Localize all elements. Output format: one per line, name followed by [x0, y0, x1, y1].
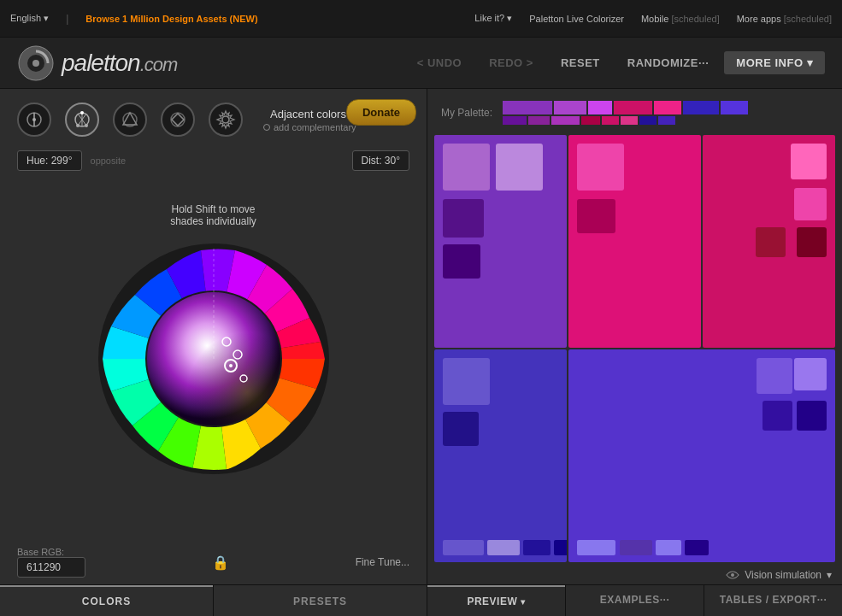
top-bar: English ▾ | Browse 1 Million Design Asse…: [0, 0, 842, 38]
pal-top-7: [721, 101, 748, 114]
palette-row: My Palette:: [427, 89, 842, 132]
header: paletton.com < UNDO REDO > RESET RANDOMI…: [0, 38, 842, 89]
pal-top-6: [683, 101, 719, 114]
svg-point-5: [32, 118, 36, 121]
right-panel: My Palette:: [427, 89, 842, 616]
pal-top-1: [503, 101, 552, 114]
logo-icon: [17, 44, 55, 82]
language-selector[interactable]: English ▾: [10, 13, 49, 24]
swatch-5-4: [797, 401, 827, 431]
vision-row: Vision simulation ▾: [427, 566, 842, 584]
svg-point-21: [229, 364, 233, 367]
live-colorizer-link[interactable]: Paletton Live Colorizer: [529, 14, 624, 24]
grid-cell-3: [703, 135, 835, 348]
pal-top-5: [654, 101, 681, 114]
hue-dist-row: Hue: 299° opposite Dist: 30°: [0, 144, 427, 178]
palette-swatches: [503, 101, 748, 125]
logo: paletton.com: [17, 44, 177, 82]
swatch-4-3: [443, 540, 484, 555]
swatch-5-1: [757, 358, 792, 394]
grid-cell-2: [568, 135, 701, 348]
tab-examples[interactable]: EXAMPLES···: [566, 585, 704, 616]
swatch-2-1: [577, 144, 624, 191]
grid-cell-4: [434, 349, 567, 562]
pal-bot-5: [602, 116, 619, 125]
dist-value[interactable]: Dist: 30°: [352, 150, 409, 171]
palette-bottom-row: [503, 116, 748, 125]
svg-point-15: [171, 113, 185, 126]
wheel-container[interactable]: Hold Shift to move shades individually: [0, 178, 427, 540]
separator-1: |: [66, 13, 68, 25]
vision-sim-label[interactable]: Vision simulation: [745, 569, 821, 581]
grid-cell-5: [568, 349, 835, 562]
swatch-1-2: [496, 144, 543, 191]
wheel-bottom: Base RGB: 🔒 Fine Tune...: [0, 540, 427, 584]
svg-point-11: [76, 124, 79, 127]
wheel-hint: Hold Shift to move shades individually: [170, 203, 256, 227]
fine-tune-button[interactable]: Fine Tune...: [356, 556, 409, 568]
mode-icon-tetrad[interactable]: [161, 103, 195, 137]
swatch-4-5: [523, 540, 551, 555]
svg-point-17: [222, 116, 229, 123]
pal-bot-1: [503, 116, 527, 125]
swatch-3-1: [791, 144, 827, 179]
swatch-2-2: [577, 199, 615, 233]
swatch-3-4: [797, 227, 827, 257]
pal-bot-4: [581, 116, 600, 125]
more-apps-link[interactable]: More apps [scheduled]: [737, 14, 832, 24]
swatch-3-2: [794, 188, 827, 220]
svg-point-12: [85, 124, 88, 127]
main: Donate: [0, 89, 842, 616]
swatch-1-4: [443, 244, 480, 279]
header-nav: < UNDO REDO > RESET RANDOMIZE··· MORE IN…: [405, 51, 825, 74]
swatch-4-4: [487, 540, 520, 555]
redo-button[interactable]: REDO >: [477, 51, 545, 74]
swatch-5-3: [763, 401, 792, 431]
grid-cell-1: [434, 135, 567, 348]
swatch-4-2: [443, 412, 479, 446]
color-wheel[interactable]: [94, 239, 333, 478]
hue-value[interactable]: Hue: 299°: [17, 150, 82, 171]
swatch-5-2: [794, 358, 827, 390]
rgb-label: Base RGB:: [17, 547, 85, 557]
left-tabs: COLORS PRESETS: [0, 584, 427, 616]
randomize-button[interactable]: RANDOMIZE···: [615, 51, 721, 74]
mode-icon-triad[interactable]: [113, 103, 147, 137]
tab-tables[interactable]: TABLES / EXPORT···: [704, 585, 842, 616]
swatch-1-1: [443, 144, 490, 191]
vision-sim-arrow: ▾: [827, 569, 832, 581]
mode-icon-settings[interactable]: [209, 103, 243, 137]
promo-link[interactable]: Browse 1 Million Design Assets (NEW): [85, 14, 257, 24]
tab-preview[interactable]: PREVIEW ▾: [427, 585, 565, 616]
lock-icon[interactable]: 🔒: [212, 554, 229, 571]
undo-button[interactable]: < UNDO: [405, 51, 474, 74]
rgb-input[interactable]: [17, 557, 85, 578]
mode-icon-adjacent[interactable]: [65, 103, 99, 137]
donate-button[interactable]: Donate: [346, 99, 416, 126]
more-info-button[interactable]: MORE INFO ▾: [724, 51, 825, 74]
pal-bot-8: [658, 116, 675, 125]
right-tabs: PREVIEW ▾ EXAMPLES··· TABLES / EXPORT···: [427, 584, 842, 616]
svg-point-23: [731, 573, 734, 577]
palette-top-row: [503, 101, 748, 114]
mode-icon-mono[interactable]: [17, 103, 51, 137]
swatch-5-7: [656, 540, 681, 555]
mobile-link[interactable]: Mobile [scheduled]: [641, 14, 720, 24]
left-panel: Donate: [0, 89, 427, 616]
swatch-5-8: [685, 540, 709, 555]
rgb-section: Base RGB:: [17, 547, 85, 578]
tab-presets[interactable]: PRESETS: [214, 585, 427, 616]
swatch-3-3: [756, 227, 786, 257]
pal-top-4: [614, 101, 652, 114]
swatch-4-6: [554, 540, 567, 555]
tab-colors[interactable]: COLORS: [0, 585, 213, 616]
pal-bot-2: [528, 116, 550, 125]
pal-top-2: [554, 101, 586, 114]
reset-button[interactable]: RESET: [549, 51, 612, 74]
swatch-4-1: [443, 358, 490, 405]
svg-point-2: [32, 60, 39, 67]
color-grid: [427, 132, 842, 566]
swatch-1-3: [443, 199, 484, 238]
eye-icon: [726, 570, 739, 580]
likeit-link[interactable]: Like it? ▾: [474, 13, 512, 24]
